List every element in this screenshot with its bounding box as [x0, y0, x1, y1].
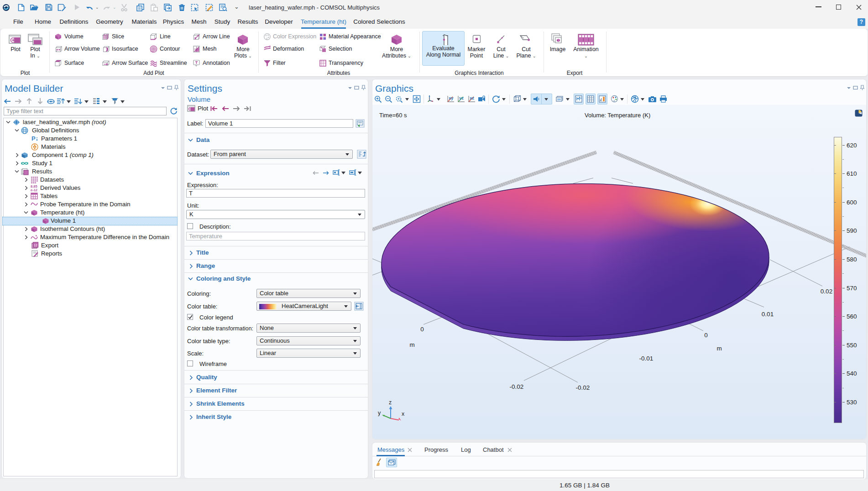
svg-text:m: m — [716, 345, 722, 352]
svg-text:0: 0 — [704, 332, 708, 339]
svg-text:m: m — [409, 341, 414, 348]
svg-text:e-12: e-12 — [31, 188, 37, 192]
svg-text:-0.01: -0.01 — [639, 355, 654, 362]
svg-text:xy: xy — [449, 95, 454, 100]
svg-text:y: y — [378, 410, 381, 416]
svg-text:-0.02: -0.02 — [576, 384, 590, 391]
svg-text:yz: yz — [459, 95, 464, 100]
svg-text:xz: xz — [470, 95, 474, 100]
svg-text:z: z — [389, 399, 392, 406]
svg-text:P: P — [31, 136, 36, 142]
svg-text:x: x — [402, 411, 405, 417]
svg-text:-0.02: -0.02 — [510, 383, 524, 390]
svg-text:0.02: 0.02 — [821, 288, 832, 295]
svg-text:0.01: 0.01 — [762, 311, 774, 318]
svg-text:0: 0 — [420, 326, 424, 333]
svg-text:12: 12 — [34, 244, 37, 247]
